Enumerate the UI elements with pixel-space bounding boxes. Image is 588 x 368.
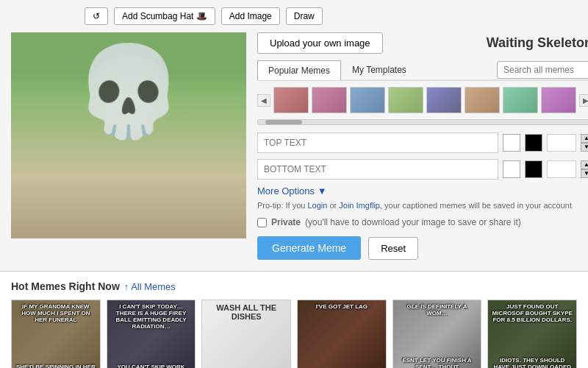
hot-memes-heading: Hot Memes Right Now xyxy=(11,280,120,292)
hot-meme-2-bottom: YOU CAN'T SKIP WORK BECAUSE IT'S SUNNY… xyxy=(110,364,193,368)
add-image-label: Add Image xyxy=(229,11,272,21)
hot-meme-5-top: GLE IS DEFINITELY A WOM… xyxy=(396,303,478,316)
bottom-text-input[interactable] xyxy=(257,159,498,180)
meme-preview: 💀 xyxy=(11,32,246,260)
hot-meme-5-bottom: ESNT LET YOU FINISH A SENT… THOUT SUGGES… xyxy=(396,357,478,368)
top-text-row: 5 ▲ ▼ xyxy=(257,132,588,153)
thumb-3[interactable] xyxy=(350,87,385,113)
join-link[interactable]: Join Imgflip xyxy=(339,201,380,210)
thumb-7[interactable] xyxy=(503,87,538,113)
hot-meme-1-bottom: SHE'D BE SPINNING IN HER DITCH xyxy=(15,364,97,368)
search-memes-input[interactable] xyxy=(497,61,588,79)
scrollbar-thumb[interactable] xyxy=(265,120,302,124)
top-size-up[interactable]: ▲ xyxy=(581,134,588,143)
private-note: (you'll have to download your image to s… xyxy=(305,217,521,227)
generate-meme-button[interactable]: Generate Meme xyxy=(257,236,361,260)
private-checkbox[interactable] xyxy=(257,218,267,227)
action-row: Generate Meme Reset xyxy=(257,236,588,260)
thumb-scroll-right[interactable]: ▶ xyxy=(579,94,588,107)
hot-meme-2-top: I CAN'T SKIP TODAY… THERE IS A HUGE FIRE… xyxy=(110,303,193,330)
top-text-input[interactable] xyxy=(257,132,498,153)
upload-image-button[interactable]: Upload your own image xyxy=(257,32,383,54)
bottom-size-arrows: ▲ ▼ xyxy=(581,160,588,178)
hot-meme-6-bottom: IDIOTS. THEY SHOULD HAVE JUST DOWNLOADED… xyxy=(491,357,573,368)
page-title: Waiting Skeleton xyxy=(487,35,588,51)
private-row: Private (you'll have to download your im… xyxy=(257,217,588,227)
add-scumbag-hat-label: Add Scumbag Hat 🎩 xyxy=(122,11,207,21)
hot-meme-1-top: IF MY GRANDMA KNEW HOW MUCH I SPENT ON H… xyxy=(15,303,97,323)
top-size-arrows: ▲ ▼ xyxy=(581,134,588,152)
top-font-size-input[interactable]: 5 xyxy=(547,134,576,152)
thumb-scroll-left[interactable]: ◀ xyxy=(257,94,270,107)
login-link[interactable]: Login xyxy=(307,201,327,210)
top-size-down[interactable]: ▼ xyxy=(581,143,588,152)
hot-meme-card-3[interactable]: WASH ALL THE DISHES xyxy=(201,300,291,368)
tabs-row: Popular Memes My Templates xyxy=(257,60,588,81)
hot-meme-card-4[interactable]: I'VE GOT JET LAG xyxy=(297,300,387,368)
private-label: Private xyxy=(271,217,301,227)
pro-tip: Pro-tip: If you Login or Join Imgflip, y… xyxy=(257,201,588,210)
bottom-size-up[interactable]: ▲ xyxy=(581,160,588,169)
hot-memes-section: Hot Memes Right Now ↑ All Memes IF MY GR… xyxy=(0,272,588,368)
thumb-6[interactable] xyxy=(465,87,500,113)
thumb-2[interactable] xyxy=(312,87,347,113)
bottom-size-down[interactable]: ▼ xyxy=(581,169,588,178)
hot-meme-card-5[interactable]: GLE IS DEFINITELY A WOM… ESNT LET YOU FI… xyxy=(392,300,482,368)
thumb-4[interactable] xyxy=(388,87,423,113)
hot-meme-card-2[interactable]: I CAN'T SKIP TODAY… THERE IS A HUGE FIRE… xyxy=(107,300,196,368)
add-scumbag-hat-button[interactable]: Add Scumbag Hat 🎩 xyxy=(114,7,215,25)
hot-memes-grid: IF MY GRANDMA KNEW HOW MUCH I SPENT ON H… xyxy=(11,300,577,368)
bottom-text-color-white[interactable] xyxy=(503,160,520,178)
right-panel: Upload your own image Waiting Skeleton P… xyxy=(257,32,588,260)
reset-button[interactable]: Reset xyxy=(368,237,418,260)
hot-meme-card-6[interactable]: JUST FOUND OUT MICROSOF BOUGHT SKYPE FOR… xyxy=(487,300,577,368)
tab-popular-memes[interactable]: Popular Memes xyxy=(257,60,341,80)
draw-button[interactable]: Draw xyxy=(286,7,323,25)
thumb-5[interactable] xyxy=(426,87,462,113)
top-text-color-black[interactable] xyxy=(525,134,542,152)
bottom-font-size-input[interactable]: 5 xyxy=(547,160,576,178)
meme-thumbnails: ◀ ▶ xyxy=(257,87,588,113)
hot-meme-3-top: WASH ALL THE DISHES xyxy=(205,303,287,321)
add-image-button[interactable]: Add Image xyxy=(221,7,280,25)
hot-meme-6-top: JUST FOUND OUT MICROSOF BOUGHT SKYPE FOR… xyxy=(491,303,573,323)
rotate-button[interactable]: ↺ xyxy=(85,7,108,25)
skeleton-figure: 💀 xyxy=(74,40,184,144)
draw-label: Draw xyxy=(294,11,315,21)
bottom-text-color-black[interactable] xyxy=(525,160,542,178)
upload-image-label: Upload your own image xyxy=(270,38,370,49)
tab-my-templates[interactable]: My Templates xyxy=(341,60,417,79)
hot-meme-card-1[interactable]: IF MY GRANDMA KNEW HOW MUCH I SPENT ON H… xyxy=(11,300,101,368)
thumbnail-scrollbar[interactable] xyxy=(257,119,588,125)
thumb-8[interactable] xyxy=(541,87,576,113)
top-text-color-white[interactable] xyxy=(503,134,520,152)
all-memes-link[interactable]: ↑ All Memes xyxy=(124,281,176,292)
bottom-text-row: 5 ▲ ▼ xyxy=(257,159,588,180)
hot-meme-4-top: I'VE GOT JET LAG xyxy=(301,303,383,310)
more-options-link[interactable]: More Options ▼ xyxy=(257,185,327,197)
rotate-icon: ↺ xyxy=(93,11,100,21)
thumb-1[interactable] xyxy=(273,87,309,113)
